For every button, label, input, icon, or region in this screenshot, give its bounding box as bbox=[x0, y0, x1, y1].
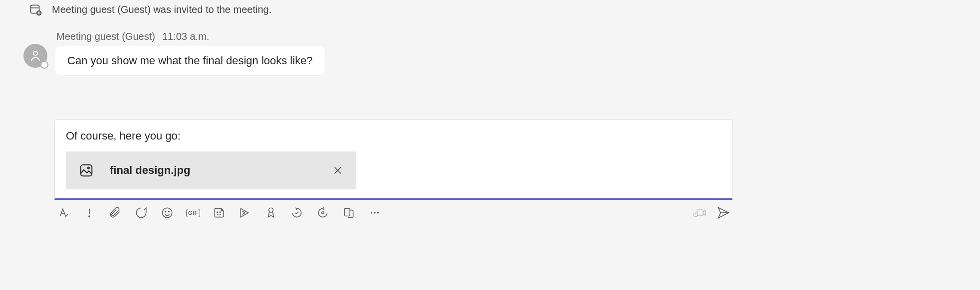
system-event-text: Meeting guest (Guest) was invited to the… bbox=[52, 4, 271, 15]
importance-icon[interactable] bbox=[82, 206, 96, 220]
presence-indicator bbox=[40, 61, 48, 69]
sticker-icon[interactable] bbox=[212, 206, 226, 220]
svg-rect-6 bbox=[81, 165, 92, 176]
more-icon[interactable] bbox=[368, 206, 382, 220]
compose-toolbar: GIF bbox=[54, 200, 733, 220]
svg-point-25 bbox=[377, 212, 379, 213]
format-icon[interactable] bbox=[56, 206, 70, 220]
message-body: Can you show me what the final design lo… bbox=[67, 54, 313, 67]
message-time: 11:03 a.m. bbox=[162, 31, 210, 42]
svg-point-5 bbox=[33, 51, 37, 55]
calendar-add-icon bbox=[29, 3, 42, 16]
svg-point-13 bbox=[162, 208, 172, 218]
svg-line-18 bbox=[242, 211, 245, 213]
svg-point-24 bbox=[374, 212, 375, 213]
attachment-chip[interactable]: final design.jpg bbox=[66, 151, 356, 189]
svg-point-21 bbox=[322, 212, 324, 214]
emoji-icon[interactable] bbox=[160, 206, 174, 220]
svg-point-15 bbox=[168, 211, 169, 212]
svg-point-14 bbox=[165, 211, 166, 212]
send-button[interactable] bbox=[717, 206, 731, 220]
svg-rect-26 bbox=[697, 210, 703, 216]
compose-text[interactable]: Of course, here you go: bbox=[66, 130, 721, 143]
message-sender: Meeting guest (Guest) bbox=[56, 31, 155, 42]
loop-icon[interactable] bbox=[134, 206, 148, 220]
svg-point-17 bbox=[220, 212, 221, 213]
image-file-icon bbox=[79, 163, 94, 178]
compose-box[interactable]: Of course, here you go: final design.jpg bbox=[54, 119, 733, 200]
stream-icon[interactable] bbox=[238, 206, 252, 220]
svg-point-12 bbox=[89, 216, 90, 217]
avatar[interactable] bbox=[23, 44, 47, 68]
remove-attachment-button[interactable] bbox=[332, 165, 343, 176]
message-bubble[interactable]: Can you show me what the final design lo… bbox=[55, 46, 325, 75]
approvals-icon[interactable] bbox=[290, 206, 304, 220]
attach-icon[interactable] bbox=[108, 206, 122, 220]
svg-line-19 bbox=[242, 213, 245, 214]
svg-rect-22 bbox=[344, 208, 350, 216]
svg-point-23 bbox=[371, 212, 372, 213]
svg-point-20 bbox=[269, 208, 273, 212]
attachment-filename: final design.jpg bbox=[110, 164, 316, 177]
gif-button[interactable]: GIF bbox=[186, 209, 200, 217]
system-event-row: Meeting guest (Guest) was invited to the… bbox=[22, 3, 733, 16]
message-row: Meeting guest (Guest) 11:03 a.m. Can you… bbox=[22, 31, 733, 75]
viva-icon[interactable] bbox=[316, 206, 330, 220]
copy-icon[interactable] bbox=[342, 206, 356, 220]
praise-icon[interactable] bbox=[264, 206, 278, 220]
svg-point-16 bbox=[217, 212, 218, 213]
video-clip-icon[interactable] bbox=[693, 206, 707, 220]
svg-point-7 bbox=[88, 167, 89, 168]
